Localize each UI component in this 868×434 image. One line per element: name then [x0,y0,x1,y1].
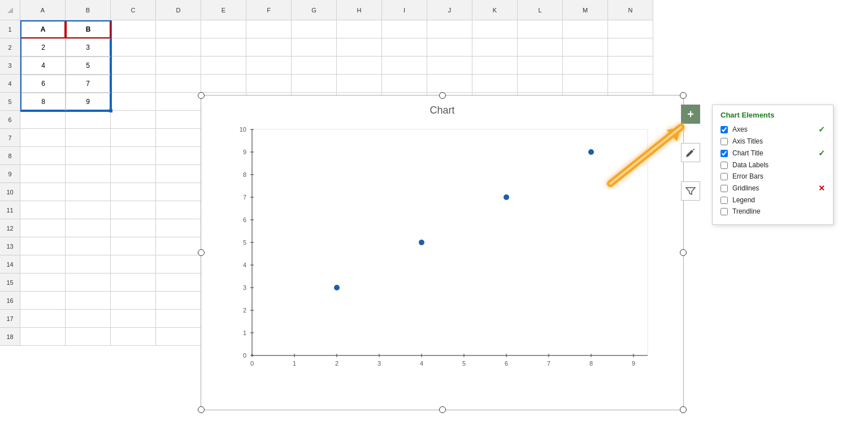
chart-handle-mr[interactable] [680,249,687,256]
trendline-checkbox[interactable] [721,208,728,215]
cell-F3[interactable] [246,57,292,75]
cell-M2[interactable] [563,38,608,57]
cell-A5[interactable]: 8 [20,93,66,111]
cell-F1[interactable] [246,20,292,38]
cell-G1[interactable] [292,20,337,38]
chart-handle-bl[interactable] [198,406,205,413]
col-header-J[interactable]: J [427,0,472,20]
cell-A4[interactable]: 6 [20,75,66,93]
cell-L2[interactable] [518,38,563,57]
cell-N2[interactable] [608,38,653,57]
cell-K3[interactable] [472,57,518,75]
cell-L1[interactable] [518,20,563,38]
col-header-K[interactable]: K [472,0,518,20]
col-header-H[interactable]: H [337,0,382,20]
cell-A1[interactable]: A [20,20,66,38]
legend-checkbox[interactable] [721,197,728,204]
cell-M3[interactable] [563,57,608,75]
cell-H4[interactable] [337,75,382,93]
cell-M4[interactable] [563,75,608,93]
cell-I1[interactable] [382,20,427,38]
cell-G3[interactable] [292,57,337,75]
col-header-I[interactable]: I [382,0,427,20]
cell-D4[interactable] [156,75,201,93]
cell-J4[interactable] [427,75,472,93]
chart-style-button[interactable] [681,143,700,162]
cell-N3[interactable] [608,57,653,75]
chart-title-checkbox[interactable] [721,150,728,157]
cell-J2[interactable] [427,38,472,57]
cell-G4[interactable] [292,75,337,93]
chart-handle-tl[interactable] [198,92,205,99]
chart-filter-button[interactable] [681,181,700,201]
cell-H1[interactable] [337,20,382,38]
svg-point-49 [588,149,594,155]
cell-H2[interactable] [337,38,382,57]
col-header-C[interactable]: C [111,0,156,20]
col-header-F[interactable]: F [246,0,292,20]
cell-C4[interactable] [111,75,156,93]
data-labels-checkbox[interactable] [721,162,728,169]
cell-G2[interactable] [292,38,337,57]
chart-handle-br[interactable] [680,406,687,413]
cell-B2[interactable]: 3 [66,38,111,57]
svg-text:4: 4 [420,360,423,367]
cell-A6[interactable] [20,111,66,129]
col-header-A[interactable]: A [20,0,66,20]
cell-B4[interactable]: 7 [66,75,111,93]
cell-F4[interactable] [246,75,292,93]
cell-L4[interactable] [518,75,563,93]
col-header-B[interactable]: B [66,0,111,20]
cell-A3[interactable]: 4 [20,57,66,75]
cell-N1[interactable] [608,20,653,38]
cell-K2[interactable] [472,38,518,57]
cell-C6[interactable] [111,111,156,129]
cell-J3[interactable] [427,57,472,75]
error-bars-checkbox[interactable] [721,173,728,180]
cell-E1[interactable] [201,20,246,38]
col-header-N[interactable]: N [608,0,653,20]
cell-H3[interactable] [337,57,382,75]
cell-B5[interactable]: 9 [66,93,111,111]
col-header-L[interactable]: L [518,0,563,20]
cell-F2[interactable] [246,38,292,57]
chart-handle-ml[interactable] [198,249,205,256]
axes-checkbox[interactable] [721,126,728,133]
cell-N4[interactable] [608,75,653,93]
gridlines-checkbox[interactable] [721,185,728,192]
cell-B1[interactable]: B [66,20,111,38]
cell-E2[interactable] [201,38,246,57]
cell-J1[interactable] [427,20,472,38]
chart-elements-add-button[interactable]: + [681,105,700,124]
cell-C2[interactable] [111,38,156,57]
cell-C1[interactable] [111,20,156,38]
cell-C3[interactable] [111,57,156,75]
axis-titles-checkbox[interactable] [721,138,728,145]
chart-container[interactable]: Chart 0 1 2 3 4 5 6 7 [201,95,684,410]
cell-D3[interactable] [156,57,201,75]
cell-B6[interactable] [66,111,111,129]
cell-I4[interactable] [382,75,427,93]
cell-D5[interactable] [156,93,201,111]
chart-handle-tr[interactable] [680,92,687,99]
cell-D1[interactable] [156,20,201,38]
cell-I3[interactable] [382,57,427,75]
cell-K1[interactable] [472,20,518,38]
cell-D6[interactable] [156,111,201,129]
cell-L3[interactable] [518,57,563,75]
col-header-M[interactable]: M [563,0,608,20]
cell-B3[interactable]: 5 [66,57,111,75]
col-header-G[interactable]: G [292,0,337,20]
chart-handle-bc[interactable] [439,406,446,413]
cell-D2[interactable] [156,38,201,57]
cell-C5[interactable] [111,93,156,111]
cell-I2[interactable] [382,38,427,57]
cell-E3[interactable] [201,57,246,75]
col-header-E[interactable]: E [201,0,246,20]
cell-A2[interactable]: 2 [20,38,66,57]
cell-E4[interactable] [201,75,246,93]
cell-M1[interactable] [563,20,608,38]
chart-handle-tc[interactable] [439,92,446,99]
col-header-D[interactable]: D [156,0,201,20]
cell-K4[interactable] [472,75,518,93]
